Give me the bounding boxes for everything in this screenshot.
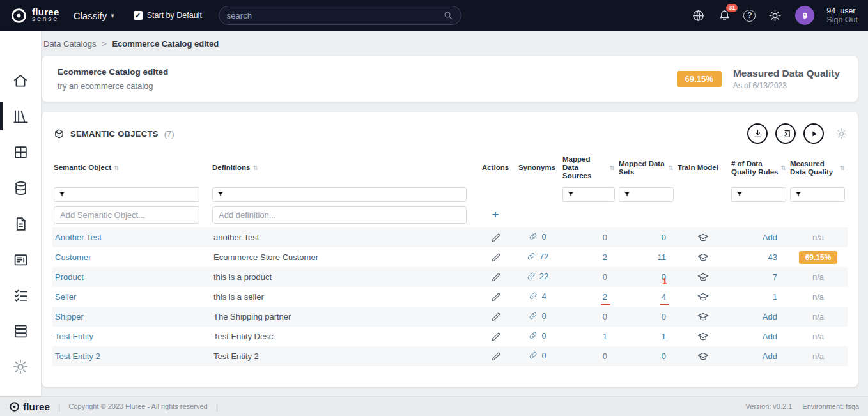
synonyms-count-link[interactable]: 22 bbox=[539, 272, 548, 281]
synonyms-count-link[interactable]: 0 bbox=[541, 351, 546, 360]
filter-sets bbox=[619, 187, 674, 202]
sidebar-item-settings[interactable] bbox=[0, 354, 41, 380]
train-model-icon[interactable] bbox=[697, 331, 709, 343]
sort-icon: ⇅ bbox=[610, 164, 615, 172]
filter-semantic-object-input[interactable] bbox=[68, 190, 195, 199]
import-button[interactable] bbox=[775, 123, 796, 144]
sidebar-item-reports[interactable] bbox=[0, 247, 41, 272]
home-icon bbox=[12, 72, 29, 89]
breadcrumb-data-catalogs[interactable]: Data Catalogs bbox=[43, 39, 96, 49]
quality-value: n/a bbox=[812, 292, 824, 302]
edit-pencil-icon[interactable] bbox=[491, 233, 501, 243]
help-icon[interactable]: ? bbox=[743, 10, 756, 22]
col-semantic-object[interactable]: Semantic Object⇅ bbox=[52, 151, 211, 185]
synonyms-count-link[interactable]: 0 bbox=[541, 232, 546, 242]
filter-sources-input[interactable] bbox=[577, 190, 610, 199]
rules-link[interactable]: Add bbox=[763, 312, 777, 321]
edit-pencil-icon[interactable] bbox=[491, 272, 501, 282]
edit-pencil-icon[interactable] bbox=[491, 292, 501, 302]
col-mapped-data-sources[interactable]: Mapped Data Sources⇅ bbox=[561, 151, 617, 185]
filter-rules-input[interactable] bbox=[746, 190, 782, 199]
sidebar-item-documents[interactable] bbox=[0, 211, 41, 236]
sidebar-item-tasks[interactable] bbox=[0, 282, 41, 308]
search-input[interactable] bbox=[227, 11, 443, 20]
edit-pencil-icon[interactable] bbox=[491, 351, 501, 362]
library-icon bbox=[12, 108, 29, 125]
synonyms-count-link[interactable]: 72 bbox=[539, 252, 548, 261]
rules-link[interactable]: 1 bbox=[773, 292, 777, 302]
semantic-object-link[interactable]: Shipper bbox=[55, 312, 84, 321]
sidebar-item-data-sources[interactable] bbox=[0, 175, 41, 201]
sources-count-link[interactable]: 2 bbox=[603, 292, 607, 302]
synonyms-count-link[interactable]: 0 bbox=[541, 331, 546, 341]
add-semantic-object-input[interactable] bbox=[54, 206, 199, 224]
funnel-icon bbox=[736, 190, 743, 198]
col-quality-rules[interactable]: # of Data Quality Rules⇅ bbox=[730, 151, 789, 185]
sidebar-item-home[interactable] bbox=[0, 68, 41, 93]
sort-icon: ⇅ bbox=[781, 164, 786, 172]
sets-count-link[interactable]: 1 bbox=[662, 332, 666, 341]
start-by-default-toggle[interactable]: ✓ Start by Default bbox=[134, 11, 202, 20]
global-search bbox=[219, 6, 461, 25]
edit-pencil-icon[interactable] bbox=[491, 252, 501, 263]
filter-sets-input[interactable] bbox=[633, 190, 669, 199]
train-model-icon[interactable] bbox=[697, 351, 709, 362]
rules-link[interactable]: 7 bbox=[773, 272, 777, 282]
semantic-object-link[interactable]: Test Entity bbox=[55, 332, 93, 341]
semantic-object-link[interactable]: Seller bbox=[55, 292, 76, 302]
semantic-object-link[interactable]: Another Test bbox=[55, 233, 102, 242]
sidebar-item-tables[interactable] bbox=[0, 139, 41, 165]
sets-count-link[interactable]: 0 bbox=[662, 312, 666, 321]
semantic-objects-card: SEMANTIC OBJECTS (7) Semantic Object⇅ De… bbox=[42, 112, 858, 387]
usage-icon[interactable] bbox=[691, 8, 705, 22]
synonyms-count-link[interactable]: 4 bbox=[541, 291, 546, 301]
add-definition-input[interactable] bbox=[212, 206, 467, 224]
table-settings-button[interactable] bbox=[835, 128, 848, 140]
download-button[interactable] bbox=[747, 123, 768, 144]
filter-definitions-input[interactable] bbox=[227, 190, 462, 199]
run-button[interactable] bbox=[803, 123, 824, 144]
semantic-object-link[interactable]: Customer bbox=[55, 252, 91, 262]
notifications-bell-icon[interactable]: 31 bbox=[717, 8, 731, 22]
rules-link[interactable]: Add bbox=[763, 332, 777, 341]
sidebar-item-servers[interactable] bbox=[0, 318, 41, 344]
sources-count-link[interactable]: 2 bbox=[603, 252, 607, 262]
filter-row bbox=[52, 185, 848, 204]
col-definitions[interactable]: Definitions⇅ bbox=[211, 151, 478, 185]
train-model-icon[interactable] bbox=[697, 272, 709, 283]
definition-text: Test Entity Desc. bbox=[213, 332, 275, 341]
train-model-icon[interactable] bbox=[697, 311, 709, 323]
edit-pencil-icon[interactable] bbox=[491, 332, 501, 342]
server-stack-icon bbox=[13, 323, 29, 339]
sets-count-link[interactable]: 0 bbox=[662, 233, 666, 242]
classify-menu[interactable]: Classify ▾ bbox=[74, 10, 114, 21]
col-measured-quality[interactable]: Measured Data Quality⇅ bbox=[789, 151, 848, 185]
train-model-icon[interactable] bbox=[697, 232, 709, 243]
synonyms-count-link[interactable]: 0 bbox=[541, 311, 546, 321]
sets-count-link[interactable]: 11 bbox=[658, 252, 667, 262]
train-model-icon[interactable] bbox=[697, 252, 709, 263]
start-by-default-checkbox[interactable]: ✓ bbox=[134, 11, 143, 20]
filter-quality-input[interactable] bbox=[805, 190, 841, 199]
brand-name-bottom: sense bbox=[32, 15, 59, 22]
sources-count-link[interactable]: 1 bbox=[603, 332, 607, 341]
sign-out-link[interactable]: Sign Out bbox=[826, 15, 858, 24]
edit-pencil-icon[interactable] bbox=[491, 312, 501, 322]
rules-link[interactable]: Add bbox=[763, 233, 777, 242]
fluree-sense-logo[interactable]: fluree sense bbox=[10, 7, 59, 24]
filter-sources bbox=[562, 187, 615, 202]
semantic-object-link[interactable]: Product bbox=[55, 272, 84, 282]
sets-count-link[interactable]: 0 bbox=[662, 351, 666, 361]
breadcrumb: Data Catalogs > Ecommerce Catalog edited bbox=[42, 31, 858, 56]
rules-link[interactable]: 43 bbox=[768, 252, 777, 262]
quality-value: n/a bbox=[812, 272, 824, 282]
add-button[interactable]: + bbox=[479, 208, 511, 221]
rules-link[interactable]: Add bbox=[763, 351, 777, 361]
col-mapped-data-sets[interactable]: Mapped Data Sets⇅ bbox=[617, 151, 676, 185]
sets-count-link[interactable]: 4 bbox=[662, 292, 666, 302]
train-model-icon[interactable] bbox=[697, 291, 709, 303]
sidebar-item-catalogs[interactable] bbox=[0, 104, 41, 129]
semantic-object-link[interactable]: Test Entity 2 bbox=[55, 351, 100, 361]
settings-gear-icon[interactable] bbox=[768, 8, 782, 22]
user-avatar[interactable]: 9 bbox=[795, 6, 814, 25]
